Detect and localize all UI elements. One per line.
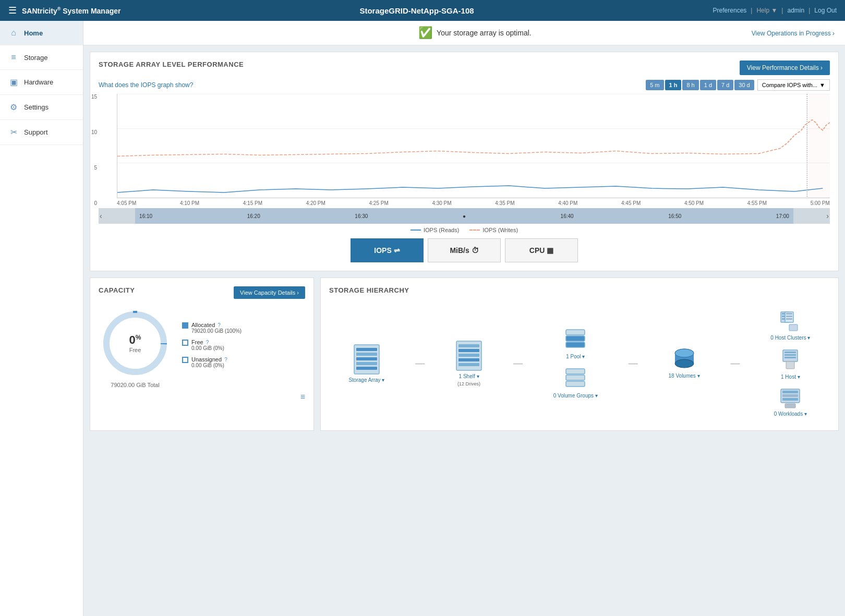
free-value: 0.00 GiB (0%) bbox=[191, 345, 224, 351]
connector3: — bbox=[629, 358, 638, 369]
capacity-title: CAPACITY bbox=[99, 286, 135, 294]
svg-rect-14 bbox=[356, 367, 377, 370]
metric-cpu-btn[interactable]: CPU ▦ bbox=[505, 238, 578, 262]
h-hosts-branch: 0 Host Clusters ▾ 1 Host ▾ bbox=[770, 310, 810, 417]
sidebar-label-settings: Settings bbox=[24, 103, 49, 111]
chart-nav-left[interactable]: ‹ bbox=[100, 212, 102, 220]
time-30d[interactable]: 30 d bbox=[734, 80, 754, 90]
volume-groups-icon bbox=[564, 368, 587, 391]
svg-rect-10 bbox=[356, 348, 377, 351]
allocated-help[interactable]: ? bbox=[218, 322, 221, 328]
svg-rect-11 bbox=[356, 353, 377, 356]
pool-label[interactable]: 1 Pool ▾ bbox=[566, 354, 585, 359]
free-label: Free bbox=[191, 339, 203, 345]
svg-rect-18 bbox=[458, 354, 479, 357]
unassigned-help[interactable]: ? bbox=[224, 357, 227, 363]
donut-chart: 0% Free bbox=[99, 307, 172, 380]
storage-array-label[interactable]: Storage Array ▾ bbox=[348, 377, 384, 383]
nav-preferences[interactable]: Preferences bbox=[713, 7, 747, 14]
h-pools-branch: 1 Pool ▾ 0 Volume Groups ▾ bbox=[553, 329, 598, 398]
shelf-sub: (12 Drives) bbox=[457, 381, 480, 386]
h-pool: 1 Pool ▾ bbox=[553, 329, 598, 359]
volume-groups-label[interactable]: 0 Volume Groups ▾ bbox=[553, 393, 598, 398]
svg-rect-19 bbox=[458, 358, 479, 361]
h-host: 1 Host ▾ bbox=[770, 349, 810, 380]
legend-reads-label: IOPS (Reads) bbox=[424, 227, 459, 233]
capacity-panel: CAPACITY View Capacity Details › bbox=[90, 277, 314, 431]
capacity-legend: Allocated ? 79020.00 GiB (100%) Free bbox=[182, 322, 242, 373]
view-ops-link[interactable]: View Operations in Progress › bbox=[752, 30, 835, 37]
legend-writes-line bbox=[469, 230, 480, 231]
view-performance-btn[interactable]: View Performance Details › bbox=[740, 61, 830, 75]
compare-select[interactable]: Compare IOPS with... ▼ bbox=[757, 79, 830, 91]
chart-nav-inner: 16:10 16:20 16:30 ● 16:40 16:50 17:00 bbox=[135, 208, 793, 224]
sidebar-item-hardware[interactable]: ▣ Hardware bbox=[0, 70, 83, 95]
nav-admin[interactable]: admin bbox=[787, 7, 804, 14]
workloads-icon bbox=[780, 388, 801, 409]
chart-nav[interactable]: ‹ 16:10 16:20 16:30 ● 16:40 16:50 17:00 … bbox=[99, 208, 830, 224]
h-shelf: 1 Shelf ▾ (12 Drives) bbox=[455, 340, 482, 386]
storage-icon: ≡ bbox=[8, 53, 19, 62]
iops-help-link[interactable]: What does the IOPS graph show? bbox=[99, 81, 193, 89]
settings-icon: ⚙ bbox=[8, 102, 19, 112]
unassigned-dot bbox=[182, 357, 188, 363]
donut-label: 0% Free bbox=[129, 333, 141, 353]
host-label[interactable]: 1 Host ▾ bbox=[781, 374, 800, 380]
svg-rect-13 bbox=[356, 362, 377, 365]
chart-y-axis: 15 10 5 0 bbox=[84, 94, 97, 206]
metric-iops-btn[interactable]: IOPS ⇌ bbox=[351, 238, 424, 262]
sidebar-item-home[interactable]: ⌂ Home bbox=[0, 21, 83, 45]
nav-logout[interactable]: Log Out bbox=[814, 7, 837, 14]
metric-mibs-btn[interactable]: MiB/s ⏱ bbox=[428, 238, 501, 262]
h-workloads: 0 Workloads ▾ bbox=[770, 388, 810, 417]
nav-help[interactable]: Help ▼ bbox=[756, 7, 777, 14]
svg-rect-36 bbox=[786, 313, 792, 315]
sidebar-label-hardware: Hardware bbox=[24, 78, 53, 86]
svg-point-30 bbox=[675, 349, 694, 357]
host-clusters-label[interactable]: 0 Host Clusters ▾ bbox=[770, 335, 810, 341]
chart-nav-right[interactable]: › bbox=[826, 212, 829, 220]
legend-writes-label: IOPS (Writes) bbox=[482, 227, 518, 233]
svg-rect-5 bbox=[808, 94, 830, 198]
time-5m[interactable]: 5 m bbox=[646, 80, 663, 90]
time-1h[interactable]: 1 h bbox=[665, 80, 682, 90]
sidebar-item-settings[interactable]: ⚙ Settings bbox=[0, 95, 83, 120]
perf-title: STORAGE ARRAY LEVEL PERFORMANCE bbox=[99, 61, 244, 68]
time-buttons: 5 m 1 h 8 h 1 d 7 d 30 d bbox=[646, 80, 754, 90]
svg-rect-46 bbox=[782, 391, 798, 393]
home-icon: ⌂ bbox=[8, 28, 19, 38]
time-1d[interactable]: 1 d bbox=[700, 80, 716, 90]
svg-rect-43 bbox=[784, 357, 796, 358]
time-controls: What does the IOPS graph show? 5 m 1 h 8… bbox=[99, 79, 830, 91]
perf-header: STORAGE ARRAY LEVEL PERFORMANCE View Per… bbox=[99, 61, 830, 75]
host-icon bbox=[781, 349, 800, 372]
storage-array-icon bbox=[353, 344, 380, 375]
svg-rect-22 bbox=[566, 336, 585, 341]
time-7d[interactable]: 7 d bbox=[717, 80, 733, 90]
volumes-label[interactable]: 18 Volumes ▾ bbox=[669, 373, 700, 379]
svg-rect-25 bbox=[566, 375, 585, 380]
sidebar-item-support[interactable]: ✂ Support bbox=[0, 120, 83, 145]
time-8h[interactable]: 8 h bbox=[682, 80, 698, 90]
svg-rect-49 bbox=[785, 404, 795, 408]
menu-icon[interactable]: ☰ bbox=[8, 5, 17, 16]
volumes-icon bbox=[673, 348, 696, 371]
svg-rect-26 bbox=[566, 381, 585, 386]
donut-section: 0% Free 79020.00 GiB Total bbox=[99, 307, 305, 388]
shelf-label[interactable]: 1 Shelf ▾ bbox=[459, 373, 479, 379]
chart-wrapper: 15 10 5 0 bbox=[99, 94, 830, 206]
free-help[interactable]: ? bbox=[206, 340, 209, 345]
main-layout: ⌂ Home ≡ Storage ▣ Hardware ⚙ Settings ✂… bbox=[0, 21, 845, 616]
sidebar-item-storage[interactable]: ≡ Storage bbox=[0, 45, 83, 70]
workloads-label[interactable]: 0 Workloads ▾ bbox=[774, 411, 807, 417]
sidebar-label-home: Home bbox=[24, 29, 43, 37]
capacity-total: 79020.00 GiB Total bbox=[111, 382, 159, 388]
iops-chart bbox=[117, 94, 830, 198]
capacity-list-icon[interactable]: ≡ bbox=[300, 392, 305, 402]
shelf-icon bbox=[455, 340, 482, 371]
view-capacity-btn[interactable]: View Capacity Details › bbox=[234, 286, 305, 299]
host-clusters-icon bbox=[779, 310, 802, 333]
unassigned-label: Unassigned bbox=[191, 356, 222, 363]
svg-rect-42 bbox=[784, 354, 796, 356]
status-ok: ✅ Your storage array is optimal. bbox=[418, 26, 532, 40]
